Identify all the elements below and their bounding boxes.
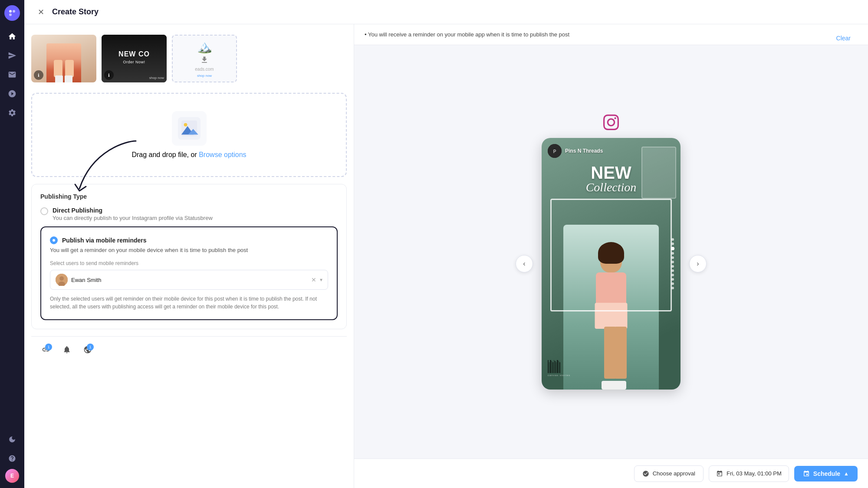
- story-account-name: Pins N Threads: [565, 148, 603, 154]
- clear-button[interactable]: Clear: [829, 31, 858, 45]
- user-avatar-chip: [56, 274, 68, 286]
- globe-badge: 1: [87, 344, 94, 350]
- drag-drop-text: Drag and drop file, or Browse options: [132, 151, 246, 159]
- reminders-box: Publish via mobile reminders You will ge…: [40, 226, 338, 320]
- next-arrow[interactable]: ›: [689, 255, 707, 272]
- sidebar: E: [0, 0, 24, 488]
- drag-drop-area[interactable]: Drag and drop file, or Browse options: [31, 93, 347, 177]
- clear-user-icon[interactable]: ✕: [311, 276, 316, 283]
- close-button[interactable]: ✕: [35, 6, 47, 18]
- page-title: Create Story: [52, 7, 99, 16]
- link-footer-btn[interactable]: 1: [38, 342, 54, 357]
- link-badge: 1: [45, 344, 52, 350]
- user-avatar[interactable]: E: [5, 469, 19, 483]
- svg-text:P: P: [553, 149, 556, 154]
- right-header: You will receive a reminder on your mobi…: [354, 24, 868, 45]
- thumbnail-upload[interactable]: 🏔️ eads.com shop now: [172, 35, 237, 82]
- publishing-section: Publishing Type Direct Publishing You ca…: [31, 184, 347, 329]
- story-new-collection: NEW Collection: [586, 164, 637, 193]
- main-content: ✕ Create Story: [24, 0, 868, 488]
- upload-icon: [172, 111, 207, 146]
- thumb2-info: ℹ: [104, 70, 114, 80]
- reminders-note: Only the selected users will get reminde…: [50, 295, 328, 311]
- sidebar-help[interactable]: [3, 450, 21, 467]
- story-dots: [671, 238, 674, 289]
- right-footer: Choose approval Fri, 03 May, 01:00 PM Sc…: [354, 459, 868, 488]
- choose-approval-button[interactable]: Choose approval: [634, 465, 704, 482]
- instagram-icon: [603, 115, 619, 134]
- sidebar-moon[interactable]: [3, 431, 21, 448]
- story-collection-text: Collection: [586, 181, 637, 193]
- reminders-desc: You will get a reminder on your mobile d…: [50, 247, 328, 253]
- thumbnail-1[interactable]: ℹ: [31, 35, 96, 82]
- mobile-reminders-wrapper: Publish via mobile reminders You will ge…: [40, 226, 338, 320]
- bell-footer-btn[interactable]: [59, 342, 75, 357]
- svg-point-5: [184, 123, 187, 127]
- schedule-chevron: ▲: [844, 471, 849, 477]
- publishing-type-title: Publishing Type: [40, 193, 338, 200]
- user-name: Ewan Smith: [71, 277, 101, 283]
- globe-footer-btn[interactable]: 1: [80, 342, 95, 357]
- user-select-field[interactable]: Ewan Smith ✕ ▾: [50, 270, 328, 290]
- thumbnail-2[interactable]: NEW CO Order Now! shop now ℹ: [102, 35, 167, 82]
- schedule-button[interactable]: Schedule ▲: [794, 466, 858, 481]
- direct-radio[interactable]: [40, 207, 48, 215]
- preview-with-arrows: ‹: [516, 138, 707, 390]
- svg-point-9: [59, 276, 64, 281]
- svg-point-0: [9, 10, 12, 13]
- schedule-date-button[interactable]: Fri, 03 May, 01:00 PM: [709, 465, 789, 482]
- phone-mockup: P Pins N Threads NEW Collection: [542, 138, 681, 390]
- preview-area: ‹: [354, 45, 868, 459]
- story-profile: P Pins N Threads: [548, 144, 603, 158]
- mobile-radio[interactable]: [50, 236, 58, 244]
- story-account-avatar: P: [548, 144, 562, 158]
- direct-publishing-option[interactable]: Direct Publishing You can directly publi…: [40, 207, 338, 221]
- sidebar-analytics[interactable]: [3, 85, 21, 102]
- barcode: canvas stories: [548, 360, 570, 377]
- thumb1-info: ℹ: [34, 70, 43, 80]
- sidebar-settings[interactable]: [3, 104, 21, 121]
- body-split: ℹ NEW CO Order Now! shop now ℹ 🏔️ e: [24, 24, 868, 488]
- reminders-title-row: Publish via mobile reminders: [50, 236, 328, 244]
- mobile-label: Publish via mobile reminders: [62, 237, 147, 244]
- left-footer: 1 1: [31, 336, 347, 362]
- reminder-text: You will receive a reminder on your mobi…: [365, 31, 858, 38]
- user-chip: Ewan Smith: [56, 274, 101, 286]
- left-panel: ℹ NEW CO Order Now! shop now ℹ 🏔️ e: [24, 24, 354, 488]
- dropdown-icon[interactable]: ▾: [320, 277, 322, 283]
- sidebar-home[interactable]: [3, 28, 21, 45]
- direct-desc: You can directly publish to your Instagr…: [53, 215, 213, 221]
- header: ✕ Create Story: [24, 0, 868, 24]
- logo: [4, 5, 20, 21]
- sidebar-compose[interactable]: [3, 47, 21, 64]
- direct-label: Direct Publishing: [53, 207, 213, 214]
- story-new-text: NEW: [586, 164, 637, 181]
- select-users-label: Select users to send mobile reminders: [50, 260, 328, 266]
- sidebar-inbox[interactable]: [3, 66, 21, 83]
- field-controls[interactable]: ✕ ▾: [311, 276, 322, 283]
- browse-options-link[interactable]: Browse options: [199, 151, 246, 158]
- thumbnails-row: ℹ NEW CO Order Now! shop now ℹ 🏔️ e: [31, 31, 347, 86]
- svg-point-2: [9, 13, 12, 16]
- prev-arrow[interactable]: ‹: [516, 255, 533, 272]
- svg-point-1: [13, 10, 15, 13]
- right-panel: Clear You will receive a reminder on you…: [354, 24, 868, 488]
